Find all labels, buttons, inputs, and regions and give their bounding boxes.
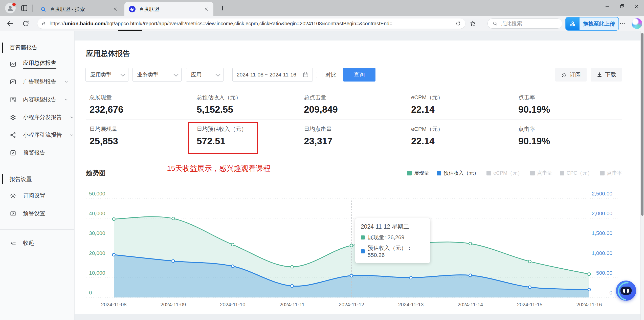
data-point-marker [113, 218, 115, 221]
browser-menu-icon[interactable] [619, 20, 626, 27]
baidu-favicon [129, 6, 136, 12]
left-axis-tick: 30,000 [89, 230, 105, 236]
query-button[interactable]: 查询 [343, 68, 375, 82]
search-favicon [40, 6, 47, 12]
stat-cell-highlighted: 日均预估收入（元）572.51 [193, 125, 300, 147]
tab-baidu-union-search[interactable]: 百度联盟 - 搜索 [35, 2, 122, 16]
page-title: 应用总体报告 [86, 49, 130, 59]
favorite-star-icon[interactable] [469, 20, 476, 27]
sidebar-item-content-union-report[interactable]: 内容联盟报告 [0, 91, 74, 108]
tab-baidu-union[interactable]: 百度联盟 [124, 2, 213, 16]
sidebar-collapse-label: 收起 [23, 239, 34, 247]
stat-value: 25,853 [90, 136, 193, 147]
section-caret-bar [2, 174, 3, 184]
back-button[interactable] [6, 19, 14, 28]
legend-label: 预估收入（元） [443, 170, 479, 176]
date-range-picker[interactable]: 2024-11-08 ~ 2024-11-16 [232, 68, 313, 82]
red-annotation-text: 15天收益展示，感兴趣观看课程 [156, 164, 282, 174]
copilot-icon[interactable] [632, 18, 642, 29]
legend-item[interactable]: CPC（元） [560, 170, 592, 176]
data-point-marker [469, 242, 472, 245]
sidebar-item-subscription-settings[interactable]: 订阅设置 [0, 187, 74, 205]
stat-value: 23,317 [304, 136, 408, 147]
right-axis-tick: 0 [609, 290, 612, 295]
sidebar-item-ad-union-report[interactable]: 广告联盟报告 [0, 73, 74, 91]
sidebar-collapse-button[interactable]: 收起 [0, 234, 74, 252]
sidebar-section-title: 报告设置 [0, 175, 32, 183]
data-point-marker [231, 243, 234, 246]
legend-item[interactable]: eCPM（元） [486, 170, 523, 176]
alert-icon [10, 149, 16, 156]
data-point-marker [528, 286, 531, 289]
sidebar-item-label: 预警报告 [23, 149, 45, 156]
search-icon [492, 21, 498, 26]
data-point-marker [291, 285, 294, 287]
x-axis-label: 2024-11-08 [101, 302, 127, 307]
legend-item[interactable]: 预估收入（元） [437, 170, 479, 176]
url-bar[interactable]: https://union.baidu.com/bqt/appco.html#/… [37, 18, 465, 29]
data-point-marker [350, 244, 353, 247]
collapse-icon [10, 240, 16, 247]
content-report-icon [10, 96, 16, 103]
workspaces-icon[interactable] [20, 4, 28, 12]
data-point-marker [291, 265, 294, 268]
stat-cell: 点击率90.19% [515, 125, 622, 147]
sidebar-item-mini-program-referral-report[interactable]: 小程序引流报告 [0, 126, 74, 144]
subscribe-button[interactable]: 订阅 [555, 68, 587, 82]
sidebar-item-alert-settings[interactable]: 预警设置 [0, 205, 74, 222]
assistant-robot-button[interactable] [616, 281, 636, 301]
refresh-button[interactable] [22, 19, 30, 28]
page-scrollbar[interactable] [640, 31, 644, 320]
main-content: 应用总体报告 应用类型 业务类型 应用 2024-11-08 ~ 2024-11… [75, 31, 640, 320]
profile-avatar[interactable] [5, 3, 16, 13]
legend-item[interactable]: 点击率 [600, 170, 622, 176]
tooltip-swatch-icon [361, 249, 365, 253]
legend-item[interactable]: 点击量 [530, 170, 552, 176]
restore-button[interactable] [615, 0, 629, 13]
sidebar-section-title: 百青藤报告 [0, 44, 37, 51]
alert-icon [10, 210, 16, 217]
close-icon[interactable] [204, 7, 209, 12]
scrollbar-thumb[interactable] [641, 33, 643, 216]
chart-canvas[interactable]: 0010,000500.0020,0001,000.0030,0001,500.… [83, 187, 625, 314]
close-window-button[interactable] [629, 0, 644, 13]
sidebar-item-mini-program-distribution-report[interactable]: 小程序分发报告 [0, 108, 74, 126]
close-icon[interactable] [113, 7, 118, 12]
browser-search-box[interactable]: 点此搜索 [487, 18, 562, 29]
new-tab-button[interactable] [219, 5, 226, 12]
business-type-select[interactable]: 业务类型 [132, 68, 182, 82]
plus-icon [219, 5, 226, 12]
page-action-icon[interactable] [455, 21, 461, 27]
share-icon [10, 132, 16, 138]
sidebar-item-alert-report[interactable]: 预警报告 [0, 144, 74, 162]
stat-label: 日均展现量 [90, 125, 193, 133]
chevron-down-icon [64, 79, 69, 84]
app-type-select[interactable]: 应用类型 [85, 68, 128, 82]
compare-checkbox[interactable]: 对比 [316, 71, 337, 79]
stat-cell: 日均展现量25,853 [86, 125, 193, 147]
stat-value: 572.51 [197, 136, 300, 147]
sidebar-item-app-overall-report[interactable]: 应用总体报告 [0, 55, 74, 73]
date-range-value: 2024-11-08 ~ 2024-11-16 [237, 72, 296, 78]
netdisk-upload-button[interactable]: 拖拽至此上传 [565, 17, 619, 31]
data-point-marker [469, 274, 472, 277]
trend-chart[interactable]: 0010,000500.0020,0001,000.0030,0001,500.… [83, 187, 625, 314]
left-axis-tick: 10,000 [89, 270, 105, 276]
minimize-button[interactable] [600, 0, 615, 13]
download-button[interactable]: 下载 [591, 68, 622, 82]
stat-cell: 日均点击量23,317 [300, 125, 408, 147]
left-axis-tick: 0 [89, 290, 92, 295]
legend-item[interactable]: 展现量 [407, 170, 429, 176]
right-axis-tick: 1,000.00 [592, 250, 612, 256]
sidebar: 百青藤报告应用总体报告广告联盟报告内容联盟报告小程序分发报告小程序引流报告预警报… [0, 31, 75, 320]
tooltip-value: 展现量: 26,269 [368, 234, 405, 241]
chevron-down-icon [215, 72, 220, 77]
stat-cell: eCPM（元）22.14 [408, 125, 515, 147]
right-axis-tick: 2,000.00 [592, 210, 612, 216]
stat-label: 日均点击量 [304, 125, 408, 133]
netdisk-upload-label: 拖拽至此上传 [580, 17, 618, 30]
compare-label: 对比 [325, 71, 337, 79]
stat-cell: 总点击量209,849 [300, 94, 408, 115]
app-select[interactable]: 应用 [186, 68, 224, 82]
tooltip-row: 展现量: 26,269 [361, 234, 425, 241]
